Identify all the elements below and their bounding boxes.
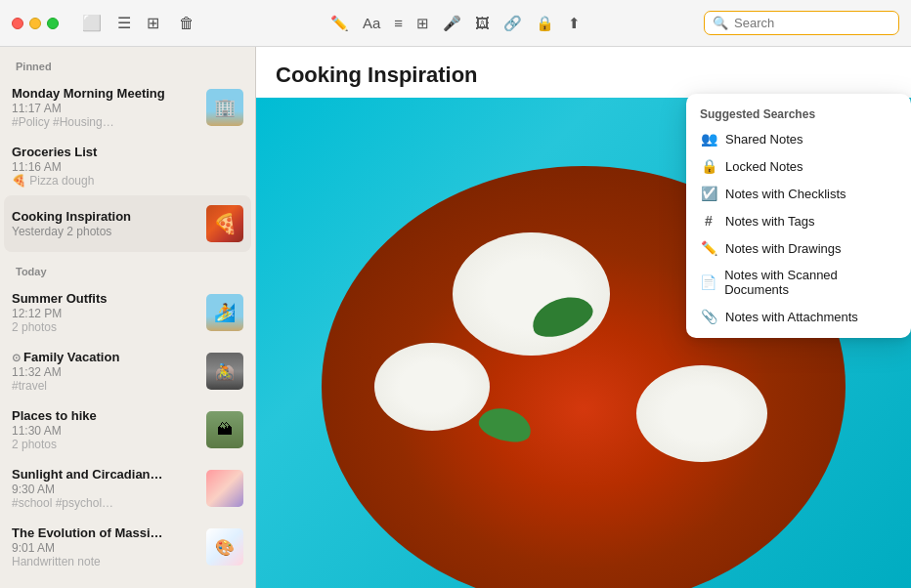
font-icon[interactable]: Aa [363, 15, 380, 31]
note-preview: #travel [12, 379, 196, 393]
thumb-image: 🎨 [206, 528, 243, 566]
thumb-image: 🚵 [206, 353, 243, 390]
checklists-icon: ☑️ [700, 186, 717, 201]
note-title: Summer Outfits [12, 291, 196, 306]
pinned-section-header: Pinned [0, 47, 255, 78]
export-icon[interactable]: ⬆ [568, 15, 581, 32]
dropdown-item-attachments[interactable]: 📎 Notes with Attachments [686, 303, 911, 330]
scanned-docs-icon: 📄 [700, 274, 716, 290]
note-thumbnail: 🏔 [206, 411, 243, 448]
dropdown-item-label: Shared Notes [725, 132, 803, 147]
note-preview: #Policy #Housing… [12, 115, 196, 129]
note-thumbnail: 🏄 [206, 294, 243, 331]
minimize-button[interactable] [29, 18, 41, 29]
note-item-active[interactable]: Cooking Inspiration Yesterday 2 photos 🍕 [4, 195, 251, 252]
dropdown-item-scanned[interactable]: 📄 Notes with Scanned Documents [686, 262, 911, 303]
shared-icon: ⊙ [12, 352, 23, 363]
delete-icon[interactable]: 🗑 [179, 15, 195, 32]
yesterday-section-header: Yesterday [0, 576, 255, 588]
note-title: Groceries List [12, 145, 243, 159]
note-preview: 2 photos [12, 438, 196, 451]
note-meta: 11:16 AM [12, 160, 243, 174]
mozzarella-1 [453, 232, 610, 357]
content-header: Cooking Inspiration [256, 47, 911, 98]
note-item[interactable]: Places to hike 11:30 AM 2 photos 🏔 [0, 400, 255, 459]
note-title: Sunlight and Circadian… [12, 467, 196, 482]
dropdown-item-label: Notes with Scanned Documents [724, 268, 897, 297]
note-meta: 9:01 AM [12, 541, 196, 555]
list-view-icon[interactable]: ☰ [117, 14, 131, 32]
note-meta: 11:32 AM [12, 365, 196, 379]
main-layout: Pinned Monday Morning Meeting 11:17 AM #… [0, 47, 911, 588]
note-title: Places to hike [12, 408, 196, 423]
table-icon[interactable]: ⊞ [416, 15, 429, 32]
note-thumbnail: 🍕 [206, 205, 243, 242]
search-dropdown: Suggested Searches 👥 Shared Notes 🔒 Lock… [686, 94, 911, 338]
note-meta: Yesterday 2 photos [12, 225, 196, 238]
search-icon: 🔍 [713, 16, 728, 30]
attachments-icon: 📎 [700, 309, 717, 324]
traffic-lights [12, 18, 59, 29]
center-toolbar: ✏️ Aa ≡ ⊞ 🎤 🖼 🔗 🔒 ⬆ [330, 15, 581, 32]
maximize-button[interactable] [47, 18, 59, 29]
note-preview: Handwritten note [12, 555, 196, 568]
left-toolbar: ⬜ ☰ ⊞ 🗑 [82, 14, 195, 32]
dropdown-item-shared-notes[interactable]: 👥 Shared Notes [686, 125, 911, 152]
note-thumbnail: 🎨 [206, 528, 243, 566]
right-toolbar: 🔍 [704, 11, 899, 35]
dropdown-item-label: Notes with Attachments [725, 310, 858, 324]
note-thumbnail: 🏢 [206, 89, 243, 126]
lock-icon[interactable]: 🔒 [536, 15, 554, 32]
note-text: Monday Morning Meeting 11:17 AM #Policy … [12, 86, 196, 129]
search-input[interactable] [734, 16, 890, 30]
audio-icon[interactable]: 🎤 [443, 15, 461, 32]
note-text: Cooking Inspiration Yesterday 2 photos [12, 209, 196, 238]
thumb-image: 🍕 [206, 205, 243, 242]
note-text: Places to hike 11:30 AM 2 photos [12, 408, 196, 451]
note-meta: 9:30 AM [12, 483, 196, 496]
note-meta: 12:12 PM [12, 307, 196, 320]
note-preview: 2 photos [12, 320, 196, 334]
content-area: Cooking Inspiration Suggested Searches 👥… [256, 47, 911, 588]
note-item[interactable]: The Evolution of Massi… 9:01 AM Handwrit… [0, 518, 255, 576]
sidebar: Pinned Monday Morning Meeting 11:17 AM #… [0, 47, 256, 588]
drawings-icon: ✏️ [700, 240, 717, 256]
dropdown-item-label: Notes with Checklists [725, 187, 846, 201]
note-item[interactable]: Monday Morning Meeting 11:17 AM #Policy … [0, 78, 255, 137]
dropdown-item-label: Locked Notes [725, 159, 803, 174]
search-box[interactable]: 🔍 [704, 11, 899, 35]
note-item[interactable]: Groceries List 11:16 AM 🍕 Pizza dough [0, 137, 255, 195]
note-meta: 11:17 AM [12, 102, 196, 115]
note-item[interactable]: Summer Outfits 12:12 PM 2 photos 🏄 [0, 283, 255, 342]
mozzarella-2 [374, 343, 490, 431]
dropdown-item-tags[interactable]: # Notes with Tags [686, 207, 911, 234]
share-icon[interactable]: 🔗 [503, 15, 522, 32]
note-meta: 11:30 AM [12, 424, 196, 438]
sidebar-toggle-icon[interactable]: ⬜ [82, 14, 102, 32]
basil-2 [476, 402, 535, 445]
close-button[interactable] [12, 18, 23, 29]
gallery-view-icon[interactable]: ⊞ [147, 14, 159, 32]
titlebar: ⬜ ☰ ⊞ 🗑 ✏️ Aa ≡ ⊞ 🎤 🖼 🔗 🔒 ⬆ 🔍 [0, 0, 911, 47]
mozzarella-3 [636, 365, 767, 462]
note-title: Monday Morning Meeting [12, 86, 196, 101]
note-title: Cooking Inspiration [12, 209, 196, 224]
note-text: ⊙ Family Vacation 11:32 AM #travel [12, 350, 196, 393]
compose-icon[interactable]: ✏️ [330, 15, 349, 32]
media-icon[interactable]: 🖼 [475, 15, 490, 31]
dropdown-item-label: Notes with Tags [725, 214, 815, 229]
note-item[interactable]: ⊙ Family Vacation 11:32 AM #travel 🚵 [0, 342, 255, 400]
dropdown-section-header: Suggested Searches [686, 102, 911, 125]
dropdown-item-locked-notes[interactable]: 🔒 Locked Notes [686, 152, 911, 180]
note-preview: #school #psychol… [12, 496, 196, 510]
shared-notes-icon: 👥 [700, 131, 717, 147]
note-item[interactable]: Sunlight and Circadian… 9:30 AM #school … [0, 459, 255, 518]
dropdown-item-drawings[interactable]: ✏️ Notes with Drawings [686, 234, 911, 262]
note-thumbnail [206, 470, 243, 507]
note-title: ⊙ Family Vacation [12, 350, 196, 364]
note-text: The Evolution of Massi… 9:01 AM Handwrit… [12, 525, 196, 568]
dropdown-item-checklists[interactable]: ☑️ Notes with Checklists [686, 180, 911, 207]
note-thumbnail: 🚵 [206, 353, 243, 390]
note-text: Summer Outfits 12:12 PM 2 photos [12, 291, 196, 334]
checklist-icon[interactable]: ≡ [394, 15, 403, 31]
